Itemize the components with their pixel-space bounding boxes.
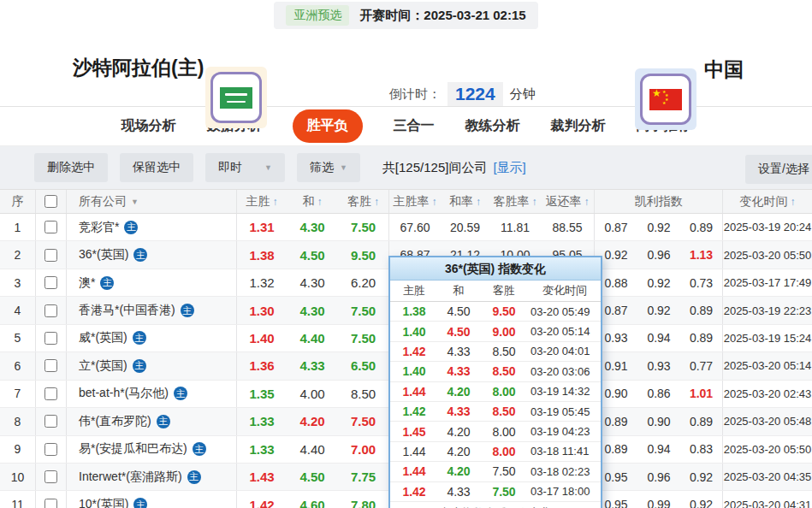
draw-odds-value[interactable]: 4.40	[287, 436, 338, 463]
draw-odds-value[interactable]: 4.00	[287, 381, 338, 407]
draw-odds-value[interactable]: 4.30	[287, 297, 338, 323]
nav-tab-5[interactable]: 裁判分析	[551, 117, 606, 135]
select-all-checkbox[interactable]	[44, 195, 57, 208]
row-checkbox[interactable]	[44, 276, 57, 289]
row-checkbox[interactable]	[44, 359, 57, 372]
row-checkbox[interactable]	[44, 304, 57, 317]
company-name[interactable]: 36*(英国)	[79, 247, 128, 263]
home-odds-value[interactable]: 1.30	[237, 297, 287, 323]
header-return-rate[interactable]: 返还率↑	[541, 190, 595, 213]
draw-odds-value[interactable]: 4.50	[287, 464, 338, 490]
home-odds-value: 1.44	[390, 464, 438, 478]
away-odds-value[interactable]: 7.00	[338, 436, 389, 463]
popup-change-time: 03-19 14:32	[529, 385, 601, 398]
home-odds-value[interactable]: 1.38	[237, 241, 287, 268]
company-name[interactable]: Interwet*(塞浦路斯)	[79, 470, 182, 485]
header-draw-odds[interactable]: 和↑	[287, 190, 338, 213]
draw-odds-value[interactable]: 4.33	[287, 352, 338, 379]
filter-dropdown[interactable]: 筛选▼	[297, 153, 360, 182]
row-checkbox[interactable]	[44, 332, 57, 345]
draw-odds-value[interactable]: 4.30	[287, 214, 338, 240]
settings-button[interactable]: 设置/选择	[745, 155, 812, 184]
row-checkbox[interactable]	[44, 443, 57, 456]
home-odds-value[interactable]: 1.35	[237, 381, 287, 407]
company-name[interactable]: 伟*(直布罗陀)	[79, 414, 151, 429]
row-checkbox[interactable]	[44, 249, 57, 262]
row-checkbox[interactable]	[44, 415, 57, 428]
row-checkbox-cell	[36, 408, 67, 434]
header-home-rate[interactable]: 主胜率↑	[389, 190, 441, 213]
delete-selected-button[interactable]: 删除选中	[34, 153, 108, 182]
kelly-value-2: 0.96	[637, 241, 680, 268]
nav-tab-3[interactable]: 三合一	[394, 117, 435, 135]
away-odds-value[interactable]: 7.50	[338, 297, 389, 323]
company-cell: 竞彩官*主	[67, 214, 237, 240]
away-odds-value[interactable]: 7.50	[338, 408, 389, 434]
home-odds-value[interactable]: 1.31	[237, 214, 287, 240]
change-time: 2025-03-20 05:50	[723, 436, 812, 463]
odds-comparison-page: 亚洲预选 开赛时间：2025-03-21 02:15 沙特阿拉伯(主) 倒计时：…	[0, 0, 812, 508]
draw-odds-value[interactable]: 4.60	[287, 491, 338, 508]
main-company-icon: 主	[174, 387, 187, 400]
away-odds-value: 7.50	[479, 485, 529, 499]
draw-odds-value[interactable]: 4.40	[287, 325, 338, 351]
popup-change-time: 03-20 04:01	[529, 345, 601, 357]
away-odds-value[interactable]: 7.50	[338, 214, 389, 240]
home-odds-value[interactable]: 1.40	[237, 325, 287, 351]
away-odds-value: 8.00	[479, 385, 529, 399]
header-change-time[interactable]: 变化时间↑	[723, 190, 812, 213]
away-odds-value[interactable]: 7.75	[338, 464, 389, 490]
header-away-odds[interactable]: 客胜↑	[338, 190, 389, 213]
header-away-rate[interactable]: 客胜率↑	[489, 190, 541, 213]
keep-selected-button[interactable]: 保留选中	[120, 153, 193, 182]
nav-tab-4[interactable]: 教练分析	[465, 117, 520, 135]
company-name[interactable]: 竞彩官*	[79, 220, 119, 235]
nav-tab-2[interactable]: 胜平负	[293, 109, 363, 143]
away-odds-value[interactable]: 6.50	[338, 352, 389, 379]
row-checkbox[interactable]	[44, 221, 57, 233]
row-checkbox[interactable]	[44, 387, 57, 400]
company-name[interactable]: 立*(英国)	[79, 358, 127, 374]
header-home-odds[interactable]: 主胜↑	[237, 190, 287, 213]
home-odds-value[interactable]: 1.33	[237, 436, 287, 463]
row-number: 11	[0, 491, 36, 508]
away-odds-value[interactable]: 9.50	[338, 241, 389, 268]
header-kelly: 凯利指数	[595, 190, 723, 213]
row-checkbox[interactable]	[44, 499, 57, 508]
away-odds-value[interactable]: 7.50	[338, 325, 389, 351]
start-time-label: 开赛时间：	[359, 8, 424, 22]
home-odds-value[interactable]: 1.32	[237, 269, 287, 296]
home-odds-value[interactable]: 1.33	[237, 408, 287, 434]
kelly-value-3: 0.89	[680, 297, 723, 323]
header-draw-rate[interactable]: 和率↑	[441, 190, 489, 213]
show-link[interactable]: [显示]	[493, 160, 525, 176]
company-name[interactable]: bet-at-h*(马尔他)	[79, 386, 169, 401]
home-odds-value[interactable]: 1.43	[237, 464, 287, 490]
company-name[interactable]: 易*(安提瓜和巴布达)	[79, 441, 187, 457]
popup-history-row: 1.404.338.5003-20 03:06	[390, 362, 601, 381]
home-odds-value[interactable]: 1.36	[237, 352, 287, 379]
header-draw-label: 和	[303, 194, 315, 210]
away-odds-value[interactable]: 8.50	[338, 381, 389, 407]
draw-odds-value[interactable]: 4.50	[287, 241, 338, 268]
company-name[interactable]: 威*(英国)	[79, 330, 127, 346]
sort-asc-icon: ↑	[532, 196, 537, 208]
away-odds-value[interactable]: 6.20	[338, 269, 389, 296]
draw-odds-value[interactable]: 4.20	[287, 408, 338, 434]
start-time-value: 2025-03-21 02:15	[424, 8, 525, 22]
kelly-value-3: 0.73	[680, 269, 723, 296]
nav-tab-0[interactable]: 现场分析	[122, 117, 176, 135]
row-checkbox[interactable]	[44, 470, 57, 483]
away-odds-value[interactable]: 7.80	[338, 491, 389, 508]
company-name[interactable]: 香港马*(中国香港)	[79, 303, 175, 318]
company-name[interactable]: 澳*	[79, 275, 95, 291]
draw-odds-value[interactable]: 4.30	[287, 269, 338, 296]
company-name[interactable]: 10*(英国)	[79, 497, 128, 508]
sort-asc-icon: ↑	[432, 196, 437, 208]
return-rate-value: 88.55	[541, 214, 595, 240]
row-number: 8	[0, 408, 36, 434]
header-company[interactable]: 所有公司▼	[67, 190, 237, 213]
home-odds-value[interactable]: 1.42	[237, 491, 287, 508]
time-filter-select[interactable]: 即时▼	[205, 153, 285, 182]
row-checkbox-cell	[36, 491, 67, 508]
